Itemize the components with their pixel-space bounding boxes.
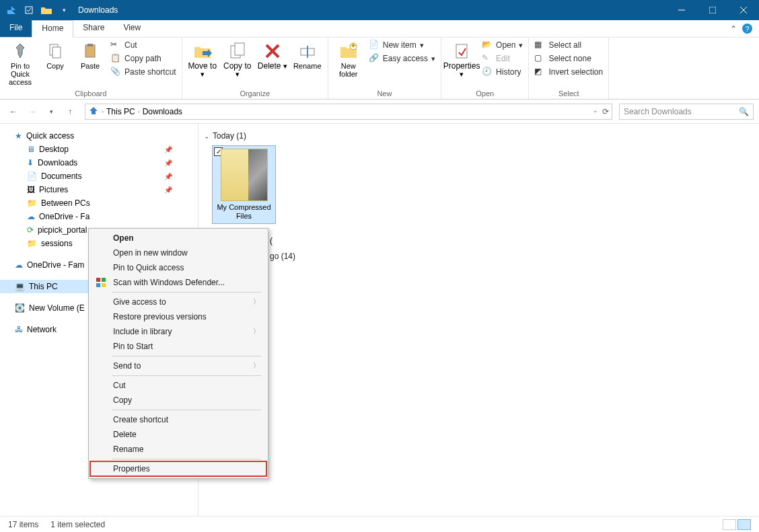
open-button[interactable]: 📂Open ▾ (480, 39, 524, 51)
star-icon: ★ (15, 131, 22, 141)
edit-icon: ✎ (482, 53, 493, 64)
copy-label: Copy (46, 62, 64, 70)
copyto-button[interactable]: Copy to ▾ (221, 39, 254, 78)
nav-quickaccess[interactable]: ★Quick access (0, 129, 198, 143)
address-bar[interactable]: › This PC › Downloads ⌄ ⟳ (85, 104, 612, 120)
ribbon-collapse-icon[interactable]: ⌃ (730, 24, 737, 34)
cut-button[interactable]: ✂Cut (109, 39, 178, 51)
refresh-button[interactable]: ⟳ (602, 107, 609, 116)
back-button[interactable]: ← (5, 104, 22, 120)
chevron-right-icon[interactable]: › (138, 108, 140, 115)
view-details-button[interactable] (723, 519, 736, 530)
selectall-icon: ▦ (534, 40, 545, 50)
pin-icon: 📌 (164, 186, 172, 194)
ctx-pin-quickaccess[interactable]: Pin to Quick access (90, 260, 266, 275)
svg-rect-21 (102, 283, 106, 287)
recent-dropdown[interactable]: ▾ (43, 104, 59, 120)
newfolder-button[interactable]: ✦New folder (332, 39, 365, 78)
help-icon[interactable]: ? (742, 24, 752, 34)
search-icon[interactable]: 🔍 (739, 107, 749, 116)
file-list[interactable]: ⌄Today (1) ✓ My Compressed Files ( go (1… (198, 124, 759, 516)
up-button[interactable]: ↑ (62, 104, 78, 120)
svg-rect-2 (709, 7, 716, 13)
file-name: My Compressed Files (215, 203, 273, 221)
pasteshortcut-button[interactable]: 📎Paste shortcut (109, 66, 178, 78)
pin-icon: 📌 (164, 146, 172, 153)
partial-text: ( (270, 236, 273, 245)
qat-props-icon[interactable] (22, 3, 36, 17)
easyaccess-button[interactable]: 🔗Easy access ▾ (367, 52, 437, 65)
ctx-sendto[interactable]: Send to〉 (90, 358, 266, 373)
tab-view[interactable]: View (114, 20, 150, 37)
ribbon-group-open-label: Open (445, 88, 524, 99)
ctx-open[interactable]: Open (90, 231, 266, 245)
qat-folder-icon[interactable] (39, 3, 54, 17)
forward-button[interactable]: → (24, 104, 40, 120)
nav-onedrive1[interactable]: ☁OneDrive - Fa (0, 210, 198, 223)
ribbon-group-select: ▦Select all ▢Select none ◩Invert selecti… (529, 38, 609, 99)
copy-button[interactable]: Copy (39, 39, 71, 70)
ctx-create-shortcut[interactable]: Create shortcut (90, 412, 266, 427)
svg-rect-18 (96, 278, 100, 282)
nav-pictures[interactable]: 🖼Pictures📌 (0, 183, 198, 196)
tab-home[interactable]: Home (32, 20, 73, 38)
nav-documents[interactable]: 📄Documents📌 (0, 169, 198, 183)
ctx-copy[interactable]: Copy (90, 393, 266, 408)
separator (112, 356, 261, 356)
edit-button[interactable]: ✎Edit (480, 52, 524, 65)
view-large-icons-button[interactable] (737, 519, 751, 530)
history-button[interactable]: 🕘History (480, 66, 524, 78)
group-week[interactable]: go (14) (270, 250, 754, 263)
file-item[interactable]: ✓ My Compressed Files (212, 145, 276, 224)
breadcrumb-thispc[interactable]: This PC (106, 107, 135, 116)
nav-downloads[interactable]: ⬇Downloads📌 (0, 156, 198, 169)
tab-share[interactable]: Share (73, 20, 114, 37)
sync-icon: ⟳ (27, 225, 34, 235)
downloads-location-icon (88, 106, 99, 117)
ctx-delete[interactable]: Delete (90, 427, 266, 442)
ctx-restore[interactable]: Restore previous versions (90, 309, 266, 324)
newitem-icon: 📄 (369, 40, 380, 50)
ribbon-tabs: File Home Share View ⌃ ? (0, 20, 759, 38)
breadcrumb-downloads[interactable]: Downloads (143, 107, 182, 116)
scissors-icon: ✂ (110, 40, 121, 50)
ctx-properties[interactable]: Properties (90, 461, 266, 476)
pin-quickaccess-label: Pin to Quick access (4, 62, 36, 86)
moveto-button[interactable]: Move to ▾ (186, 39, 219, 78)
properties-button[interactable]: Properties ▾ (445, 39, 478, 78)
search-placeholder: Search Downloads (624, 107, 692, 116)
ctx-give-access[interactable]: Give access to〉 (90, 295, 266, 309)
group-today[interactable]: ⌄Today (1) (204, 129, 754, 143)
pin-quickaccess-button[interactable]: Pin to Quick access (4, 39, 36, 86)
selectnone-button[interactable]: ▢Select none (533, 52, 604, 65)
newitem-button[interactable]: 📄New item ▾ (367, 39, 437, 51)
copypath-button[interactable]: 📋Copy path (109, 52, 178, 65)
nav-desktop[interactable]: 🖥Desktop📌 (0, 143, 198, 156)
drive-icon: 💽 (15, 303, 25, 313)
status-bar: 17 items 1 item selected (0, 516, 759, 532)
search-box[interactable]: Search Downloads 🔍 (619, 104, 754, 120)
delete-button[interactable]: Delete ▾ (256, 39, 289, 70)
close-button[interactable] (728, 0, 759, 20)
ctx-defender[interactable]: Scan with Windows Defender... (90, 275, 266, 290)
ctx-pin-start[interactable]: Pin to Start (90, 339, 266, 354)
paste-button[interactable]: Paste (74, 39, 106, 70)
minimize-button[interactable] (666, 0, 697, 20)
maximize-button[interactable] (697, 0, 728, 20)
ctx-cut[interactable]: Cut (90, 378, 266, 393)
desktop-icon: 🖥 (27, 145, 35, 154)
app-menu-icon[interactable] (4, 3, 19, 17)
chevron-right-icon[interactable]: › (102, 108, 104, 115)
address-dropdown-icon[interactable]: ⌄ (593, 107, 598, 116)
network-icon: 🖧 (15, 325, 23, 334)
invertselection-button[interactable]: ◩Invert selection (533, 66, 604, 78)
selectall-button[interactable]: ▦Select all (533, 39, 604, 51)
invert-icon: ◩ (534, 67, 545, 77)
nav-betweenpcs[interactable]: 📁Between PCs (0, 196, 198, 210)
rename-button[interactable]: Rename (291, 39, 324, 70)
tab-file[interactable]: File (0, 20, 32, 37)
ctx-open-new-window[interactable]: Open in new window (90, 245, 266, 260)
ctx-include-library[interactable]: Include in library〉 (90, 324, 266, 339)
qat-dropdown-icon[interactable]: ▾ (57, 3, 71, 17)
ctx-rename[interactable]: Rename (90, 442, 266, 457)
